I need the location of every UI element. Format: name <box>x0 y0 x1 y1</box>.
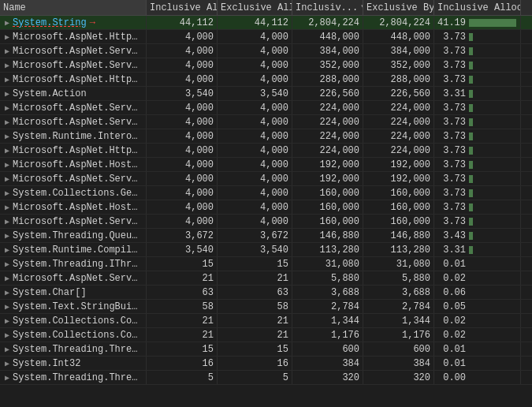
table-row[interactable]: ▶System.Int3216163843840.01 <box>0 357 532 371</box>
cell-inc-all: 4,000 <box>147 44 218 58</box>
pct-bar-container: 3.73 <box>437 103 517 114</box>
expand-icon[interactable]: ▶ <box>2 358 13 369</box>
col-header-exc-bytes[interactable]: Exclusive Bytes <box>363 0 434 15</box>
table-row[interactable]: ▶Microsoft.AspNet.Server.Kestr4,0004,000… <box>0 115 532 129</box>
cell-exc-all: 4,000 <box>218 200 292 214</box>
table-row[interactable]: ▶Microsoft.AspNet.Server.Kestr4,0004,000… <box>0 58 532 73</box>
cell-exc-bytes: 226,560 <box>363 87 434 100</box>
pct-bar <box>469 33 473 41</box>
cell-inc-all: 3,540 <box>147 87 218 100</box>
expand-icon[interactable]: ▶ <box>2 32 13 43</box>
cell-inc-bytes: 160,000 <box>292 215 363 228</box>
cell-inc-pct: 0.01 <box>434 357 521 370</box>
pct-bar-container: 3.73 <box>437 131 517 142</box>
col-header-inc-bytes[interactable]: Inclusiv... ▼ <box>292 0 363 15</box>
expand-icon[interactable]: ▶ <box>2 60 13 71</box>
col-header-inc-pct[interactable]: Inclusive Allocations % <box>434 0 521 15</box>
table-row[interactable]: ▶Microsoft.AspNet.Server.Kestr4,0004,000… <box>0 215 532 229</box>
expand-icon[interactable]: ▶ <box>2 117 13 128</box>
col-header-name[interactable]: Name <box>0 0 147 15</box>
table-row[interactable]: ▶Microsoft.AspNet.Server.Kestr4,0004,000… <box>0 44 532 58</box>
pct-value-text: 41.19 <box>437 17 466 28</box>
expand-icon[interactable]: ▶ <box>2 174 13 185</box>
cell-exc-all: 16 <box>218 357 292 370</box>
table-body[interactable]: ▶System.String→44,11244,1122,804,2242,80… <box>0 16 532 407</box>
expand-icon[interactable]: ▶ <box>2 103 13 114</box>
pct-bar <box>469 90 473 98</box>
table-row[interactable]: ▶System.Collections.Concurrent.21211,344… <box>0 314 532 328</box>
cell-exc-bytes: 448,000 <box>363 30 434 43</box>
cell-inc-bytes: 31,080 <box>292 257 363 271</box>
table-row[interactable]: ▶Microsoft.AspNet.Server.Kestr21215,8805… <box>0 271 532 286</box>
expand-icon[interactable]: ▶ <box>2 330 13 341</box>
expand-icon[interactable]: ▶ <box>2 17 13 28</box>
table-row[interactable]: ▶System.Threading.ThreadPoolV15156006000… <box>0 342 532 357</box>
table-row[interactable]: ▶Microsoft.AspNet.Server.Kestr4,0004,000… <box>0 101 532 115</box>
table-row[interactable]: ▶System.Runtime.CompilerServ3,5403,54011… <box>0 243 532 257</box>
table-row[interactable]: ▶System.Collections.Concurrent.21211,176… <box>0 328 532 342</box>
expand-icon[interactable]: ▶ <box>2 273 13 284</box>
expand-icon[interactable]: ▶ <box>2 46 13 57</box>
pct-bar-container: 0.06 <box>437 287 517 298</box>
expand-icon[interactable]: ▶ <box>2 344 13 355</box>
expand-icon[interactable]: ▶ <box>2 316 13 327</box>
row-name-text: System.Threading.IThreadPool <box>13 259 143 270</box>
expand-icon[interactable]: ▶ <box>2 74 13 85</box>
cell-inc-bytes: 384 <box>292 357 363 370</box>
expand-icon[interactable]: ▶ <box>2 216 13 227</box>
table-row[interactable]: ▶System.Collections.Generic.List4,0004,0… <box>0 186 532 200</box>
row-name-text: System.Threading.ThreadPoolV <box>13 344 143 355</box>
table-row[interactable]: ▶Microsoft.AspNet.Hosting.Inte4,0004,000… <box>0 158 532 172</box>
expand-icon[interactable]: ▶ <box>2 245 13 256</box>
expand-icon[interactable]: ▶ <box>2 287 13 298</box>
col-header-exc-all[interactable]: Exclusive All... <box>218 0 292 15</box>
cell-inc-all: 63 <box>147 286 218 299</box>
table-row[interactable]: ▶System.Char[]63633,6883,6880.06 <box>0 286 532 300</box>
expand-icon[interactable]: ▶ <box>2 188 13 199</box>
table-row[interactable]: ▶System.Runtime.InteropServic4,0004,0002… <box>0 129 532 144</box>
table-row[interactable]: ▶System.Text.StringBuilder58582,7842,784… <box>0 300 532 314</box>
expand-icon[interactable]: ▶ <box>2 159 13 170</box>
pct-bar-container: 3.73 <box>437 202 517 213</box>
cell-exc-bytes: 384,000 <box>363 44 434 58</box>
expand-icon[interactable]: ▶ <box>2 131 13 142</box>
table-row[interactable]: ▶Microsoft.AspNet.Hosting.Inte4,0004,000… <box>0 200 532 215</box>
table-row[interactable]: ▶System.Threading.Thread553203200.00 <box>0 371 532 385</box>
cell-inc-pct: 3.73 <box>434 215 521 228</box>
pct-bar-container: 3.73 <box>437 216 517 227</box>
table-row[interactable]: ▶Microsoft.AspNet.Http.Interna4,0004,000… <box>0 144 532 158</box>
expand-icon[interactable]: ▶ <box>2 372 13 383</box>
expand-icon[interactable]: ▶ <box>2 88 13 99</box>
pct-value-text: 3.73 <box>437 74 466 85</box>
pct-bar <box>469 204 473 211</box>
table-row[interactable]: ▶System.String→44,11244,1122,804,2242,80… <box>0 16 532 30</box>
cell-inc-all: 4,000 <box>147 101 218 114</box>
expand-icon[interactable]: ▶ <box>2 301 13 312</box>
expand-icon[interactable]: ▶ <box>2 202 13 213</box>
row-name-text: Microsoft.AspNet.Http.Interna <box>13 145 143 156</box>
cell-inc-pct: 3.73 <box>434 158 521 171</box>
table-row[interactable]: ▶Microsoft.AspNet.Http.Interna4,0004,000… <box>0 30 532 44</box>
table-row[interactable]: ▶System.Threading.IThreadPool151531,0803… <box>0 257 532 271</box>
col-inc-all-label: Inclusive All... <box>150 2 218 13</box>
cell-exc-all: 4,000 <box>218 129 292 143</box>
cell-exc-bytes: 5,880 <box>363 271 434 285</box>
table-row[interactable]: ▶System.Action3,5403,540226,560226,5603.… <box>0 87 532 101</box>
cell-inc-all: 3,672 <box>147 229 218 242</box>
expand-icon[interactable]: ▶ <box>2 230 13 241</box>
expand-icon[interactable]: ▶ <box>2 145 13 156</box>
cell-name: ▶Microsoft.AspNet.Server.Kestr <box>0 215 147 228</box>
pct-value-text: 3.73 <box>437 216 466 227</box>
cell-exc-bytes: 2,804,224 <box>363 16 434 29</box>
expand-icon[interactable]: ▶ <box>2 259 13 270</box>
cell-inc-bytes: 384,000 <box>292 44 363 58</box>
table-row[interactable]: ▶Microsoft.AspNet.Http.Interna4,0004,000… <box>0 73 532 87</box>
pct-value-text: 3.73 <box>437 145 466 156</box>
pct-value-text: 0.02 <box>437 316 466 327</box>
table-row[interactable]: ▶Microsoft.AspNet.Server.Kestr4,0004,000… <box>0 172 532 186</box>
pct-bar-container: 3.73 <box>437 145 517 156</box>
cell-inc-pct: 0.02 <box>434 271 521 285</box>
table-row[interactable]: ▶System.Threading.QueueUserV3,6723,67214… <box>0 229 532 243</box>
pct-value-text: 0.01 <box>437 344 466 355</box>
col-header-inc-all[interactable]: Inclusive All... <box>147 0 218 15</box>
